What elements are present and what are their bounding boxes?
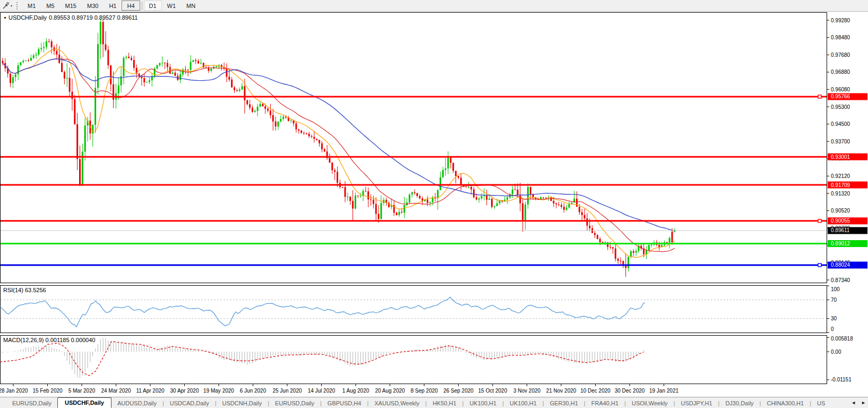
date-axis-label: 15 Oct 2020 bbox=[478, 388, 508, 394]
price-axis-label: 0.98480 bbox=[831, 35, 850, 40]
price-badge-label: 0.90055 bbox=[831, 218, 850, 224]
chart-tab-uk100-h1[interactable]: UK100,H1 bbox=[463, 398, 502, 408]
date-axis-label: 6 Jun 2020 bbox=[240, 388, 267, 394]
price-chart-panel[interactable] bbox=[1, 13, 827, 283]
price-badge-label: 0.89611 bbox=[831, 227, 850, 233]
macd-indicator-label: MACD(12,26,9) 0.001185 0.000040 bbox=[3, 337, 95, 343]
chart-symbol-title: USDCHF,Daily bbox=[8, 14, 47, 21]
rsi-axis-label: 0 bbox=[831, 326, 834, 332]
chart-canvas[interactable]: 0.992800.984800.976800.968800.960800.953… bbox=[0, 0, 868, 397]
chart-tab-hk50-h1[interactable]: HK50,H1 bbox=[427, 398, 462, 408]
price-badge-label: 0.93001 bbox=[831, 154, 850, 160]
date-axis-label: 24 Mar 2020 bbox=[101, 388, 131, 394]
tab-scroll-buttons: ◄ ► bbox=[850, 399, 867, 406]
tabs-scroll-left-icon[interactable]: ◄ bbox=[850, 399, 857, 406]
date-axis-label: 5 Mar 2020 bbox=[68, 388, 96, 394]
chart-tab-fra40-h1[interactable]: FRA40,H1 bbox=[586, 398, 624, 408]
rsi-indicator-label: RSI(14) 63.5256 bbox=[3, 287, 46, 293]
price-badge-label: 0.91709 bbox=[831, 182, 850, 188]
date-axis-label: 1 Aug 2020 bbox=[342, 388, 369, 394]
chart-tab-usdjpy-h1[interactable]: USDJPY,H1 bbox=[675, 398, 718, 408]
date-axis-label: 15 Feb 2020 bbox=[32, 388, 63, 394]
price-badge-label: 0.88024 bbox=[831, 262, 850, 268]
price-axis-label: 0.96080 bbox=[831, 87, 850, 92]
chart-tab-uk100-h1[interactable]: UK100,H1 bbox=[504, 398, 543, 408]
date-axis-label: 8 Sep 2020 bbox=[410, 388, 438, 394]
price-axis-label: 0.95300 bbox=[831, 104, 850, 110]
chart-tab-us[interactable]: US bbox=[811, 398, 831, 408]
date-axis-label: 14 Jul 2020 bbox=[308, 388, 336, 394]
hline-marker[interactable] bbox=[818, 219, 821, 223]
price-axis-label: 0.97680 bbox=[831, 52, 850, 58]
chart-tab-usdcnh-daily[interactable]: USDCNH,Daily bbox=[217, 398, 268, 408]
price-badge-label: 0.89012 bbox=[831, 241, 850, 246]
chart-tab-ger30-h1[interactable]: GER30,H1 bbox=[544, 398, 584, 408]
rsi-panel[interactable] bbox=[1, 286, 827, 333]
chart-title: ▼USDCHF,Daily0.89553 0.89719 0.89527 0.8… bbox=[3, 14, 140, 21]
price-badge-label: 0.95766 bbox=[831, 94, 850, 99]
chart-tab-eurusd-daily[interactable]: EURUSD,Daily bbox=[269, 398, 320, 408]
date-axis-label: 25 Jun 2020 bbox=[272, 388, 302, 394]
price-axis: 0.992800.984800.976800.968800.960800.953… bbox=[827, 18, 867, 283]
date-axis-label: 30 Dec 2020 bbox=[615, 388, 645, 394]
chart-menu-icon[interactable]: ▼ bbox=[3, 16, 7, 20]
mt4-window: ▾ M1M5M15M30H1H4D1W1MN 0.992800.984800.9… bbox=[0, 0, 868, 408]
date-axis: 28 Jan 202015 Feb 20205 Mar 202024 Mar 2… bbox=[0, 384, 678, 394]
hline-marker[interactable] bbox=[818, 95, 821, 98]
macd-panel[interactable] bbox=[1, 336, 827, 384]
date-axis-label: 19 May 2020 bbox=[203, 388, 234, 394]
price-axis-label: 0.90520 bbox=[831, 208, 850, 214]
date-axis-label: 30 Apr 2020 bbox=[170, 388, 199, 394]
price-axis-label: 0.99280 bbox=[831, 18, 850, 23]
price-axis-label: 0.87340 bbox=[831, 277, 850, 283]
tabs-scroll-right-icon[interactable]: ► bbox=[860, 399, 867, 406]
rsi-axis-label: 70 bbox=[831, 297, 837, 303]
price-axis-label: 0.92120 bbox=[831, 173, 850, 179]
chart-tab-audusd-daily[interactable]: AUDUSD,Daily bbox=[111, 398, 162, 408]
date-axis-label: 3 Nov 2020 bbox=[513, 388, 541, 394]
chart-tab-china300-h1[interactable]: CHINA300,H1 bbox=[761, 398, 810, 408]
macd-axis-label: -0.01151 bbox=[831, 377, 852, 382]
date-axis-label: 10 Dec 2020 bbox=[580, 388, 611, 394]
price-axis-label: 0.96880 bbox=[831, 69, 850, 75]
tab-bar: EURUSD,DailyUSDCHF,DailyAUDUSD,Daily|USD… bbox=[0, 397, 868, 408]
chart-ohlc-values: 0.89553 0.89719 0.89527 0.89611 bbox=[49, 14, 137, 21]
date-axis-label: 19 Jan 2021 bbox=[649, 388, 678, 394]
rsi-axis-label: 30 bbox=[831, 316, 837, 321]
chart-tabs-row: EURUSD,DailyUSDCHF,DailyAUDUSD,Daily|USD… bbox=[0, 397, 831, 408]
price-axis-label: 0.91320 bbox=[831, 191, 850, 197]
date-axis-label: 28 Jan 2020 bbox=[0, 388, 28, 394]
chart-tab-gbpusd-h4[interactable]: GBPUSD,H4 bbox=[322, 398, 367, 408]
price-axis-label: 0.93700 bbox=[831, 139, 850, 144]
chart-tab-usdchf-daily[interactable]: USDCHF,Daily bbox=[57, 397, 111, 408]
date-axis-label: 21 Nov 2020 bbox=[546, 388, 577, 394]
chart-tab-dj30-daily[interactable]: DJ30,Daily bbox=[719, 398, 759, 408]
macd-axis-label: 0.00 bbox=[831, 349, 841, 355]
chart-tab-usoil-weekly[interactable]: USOil,Weekly bbox=[626, 398, 674, 408]
macd-axis-label: 0.005818 bbox=[831, 336, 853, 342]
date-axis-label: 26 Sep 2020 bbox=[443, 388, 474, 394]
date-axis-label: 11 Apr 2020 bbox=[136, 388, 165, 394]
price-axis-label: 0.94500 bbox=[831, 121, 850, 127]
chart-tab-usdcad-daily[interactable]: USDCAD,Daily bbox=[164, 398, 215, 408]
chart-tab-xauusd-weekly[interactable]: XAUUSD,Weekly bbox=[368, 398, 425, 408]
rsi-axis-label: 100 bbox=[831, 286, 840, 292]
chart-tab-eurusd-daily[interactable]: EURUSD,Daily bbox=[6, 398, 57, 408]
hline-marker[interactable] bbox=[818, 264, 821, 267]
date-axis-label: 20 Aug 2020 bbox=[375, 388, 405, 394]
